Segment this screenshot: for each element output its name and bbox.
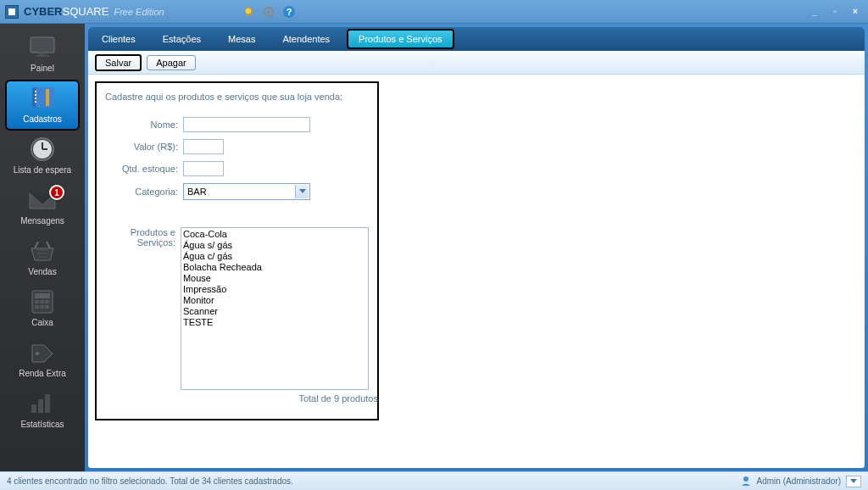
status-user: Admin (Administrador) (757, 476, 841, 486)
svg-text:?: ? (286, 7, 292, 17)
tag-icon (24, 339, 61, 366)
svg-rect-13 (35, 97, 36, 99)
sidebar-item-label: Renda Extra (19, 369, 66, 378)
name-input[interactable] (183, 117, 310, 132)
svg-rect-29 (45, 300, 49, 303)
total-count: Total de 9 produtos (105, 393, 378, 404)
svg-rect-6 (31, 37, 54, 53)
category-selected-value: BAR (187, 187, 207, 197)
svg-marker-38 (299, 189, 306, 193)
brand-suffix: SQUARE (63, 5, 109, 18)
chevron-down-icon (295, 185, 309, 198)
category-select[interactable]: BAR (183, 183, 310, 200)
list-item[interactable]: Mouse (183, 273, 366, 284)
svg-rect-11 (35, 91, 36, 92)
list-item[interactable]: Água c/ gás (183, 251, 366, 262)
value-label: Valor (R$): (105, 142, 178, 152)
value-input[interactable] (183, 139, 224, 154)
qty-input[interactable] (183, 161, 224, 176)
sidebar-item-cadastros[interactable]: Cadastros (5, 80, 80, 131)
svg-rect-27 (35, 300, 39, 303)
svg-rect-7 (39, 53, 46, 55)
tab-produtos-servicos[interactable]: Produtos e Serviços (347, 29, 453, 49)
name-label: Nome: (105, 120, 178, 130)
save-button[interactable]: Salvar (95, 54, 142, 71)
svg-point-39 (743, 476, 748, 482)
close-button[interactable]: × (848, 6, 863, 18)
svg-rect-26 (35, 293, 50, 298)
brand-prefix: CYBER (24, 5, 63, 18)
sidebar-item-label: Mensagens (20, 216, 64, 226)
sidebar-item-lista-de-espera[interactable]: Lista de espera (0, 131, 85, 181)
svg-marker-40 (850, 479, 857, 483)
form-panel: Cadastre aqui os produtos e serviços que… (95, 81, 379, 420)
sidebar-item-label: Lista de espera (14, 165, 71, 175)
svg-point-34 (36, 352, 39, 355)
svg-rect-10 (36, 87, 54, 108)
svg-point-3 (267, 10, 270, 14)
monitor-icon (24, 34, 61, 61)
svg-rect-8 (36, 55, 49, 57)
top-nav: Clientes Estações Mesas Atendentes Produ… (88, 27, 865, 51)
list-item[interactable]: Água s/ gás (183, 240, 366, 251)
tab-atendentes[interactable]: Atendentes (269, 27, 343, 51)
minimize-button[interactable]: _ (807, 6, 822, 18)
svg-rect-12 (35, 94, 36, 96)
svg-marker-33 (32, 345, 53, 362)
sidebar-item-label: Caixa (31, 318, 53, 327)
sidebar-item-label: Cadastros (23, 114, 62, 124)
list-item[interactable]: TESTE (183, 317, 366, 328)
svg-rect-32 (45, 305, 49, 309)
sidebar: Painel Cadastros Lista de espera 1 Mensa… (0, 24, 85, 471)
tab-clientes[interactable]: Clientes (88, 27, 149, 51)
sidebar-item-estatisticas[interactable]: Estatísticas (0, 385, 85, 436)
list-item[interactable]: Bolacha Recheada (183, 262, 366, 273)
list-item[interactable]: Impressão (183, 284, 366, 295)
list-item[interactable]: Coca-Cola (183, 229, 366, 240)
tab-mesas[interactable]: Mesas (214, 27, 269, 51)
unread-badge: 1 (49, 185, 64, 200)
sidebar-item-vendas[interactable]: Vendas (0, 232, 85, 283)
sidebar-item-caixa[interactable]: Caixa (0, 283, 85, 334)
bulb-icon[interactable] (241, 4, 256, 19)
sidebar-item-label: Vendas (28, 267, 56, 276)
chart-icon (24, 390, 61, 417)
app-logo-icon (5, 5, 19, 19)
svg-rect-28 (40, 300, 44, 303)
sidebar-item-mensagens[interactable]: 1 Mensagens (0, 181, 85, 232)
help-icon[interactable]: ? (281, 4, 297, 19)
titlebar: CYBERSQUARE Free Edition ? _ ▫ × (0, 0, 868, 24)
gear-icon[interactable] (261, 4, 276, 19)
products-listbox[interactable]: Coca-ColaÁgua s/ gásÁgua c/ gásBolacha R… (181, 227, 369, 390)
svg-rect-36 (38, 399, 43, 413)
sidebar-item-label: Painel (31, 64, 54, 73)
svg-point-0 (245, 8, 252, 14)
svg-rect-14 (35, 101, 36, 103)
content-area: Cadastre aqui os produtos e serviços que… (88, 75, 865, 468)
tab-estacoes[interactable]: Estações (149, 27, 214, 51)
maximize-button[interactable]: ▫ (827, 6, 843, 18)
calculator-icon (24, 288, 61, 315)
user-icon (740, 475, 752, 488)
svg-rect-1 (247, 14, 250, 16)
list-item[interactable]: Monitor (183, 295, 366, 306)
svg-rect-35 (31, 404, 36, 413)
form-title: Cadastre aqui os produtos e serviços que… (105, 92, 369, 102)
sidebar-item-label: Estatísticas (20, 420, 64, 429)
sidebar-item-painel[interactable]: Painel (0, 29, 85, 80)
basket-icon (24, 237, 61, 264)
user-menu-dropdown[interactable] (846, 476, 861, 487)
notebook-icon (24, 85, 61, 112)
svg-rect-30 (35, 305, 39, 309)
svg-rect-15 (46, 89, 49, 106)
edition-label: Free Edition (114, 7, 164, 17)
list-item[interactable]: Scanner (183, 306, 366, 317)
delete-button[interactable]: Apagar (147, 55, 195, 70)
sidebar-item-renda-extra[interactable]: Renda Extra (0, 334, 85, 385)
clock-icon (24, 136, 61, 163)
list-label: Produtos e Serviços: (105, 227, 175, 248)
qty-label: Qtd. estoque: (105, 164, 178, 174)
main-panel: Clientes Estações Mesas Atendentes Produ… (88, 27, 865, 468)
svg-rect-37 (45, 394, 50, 413)
toolbar: Salvar Apagar (88, 51, 865, 75)
